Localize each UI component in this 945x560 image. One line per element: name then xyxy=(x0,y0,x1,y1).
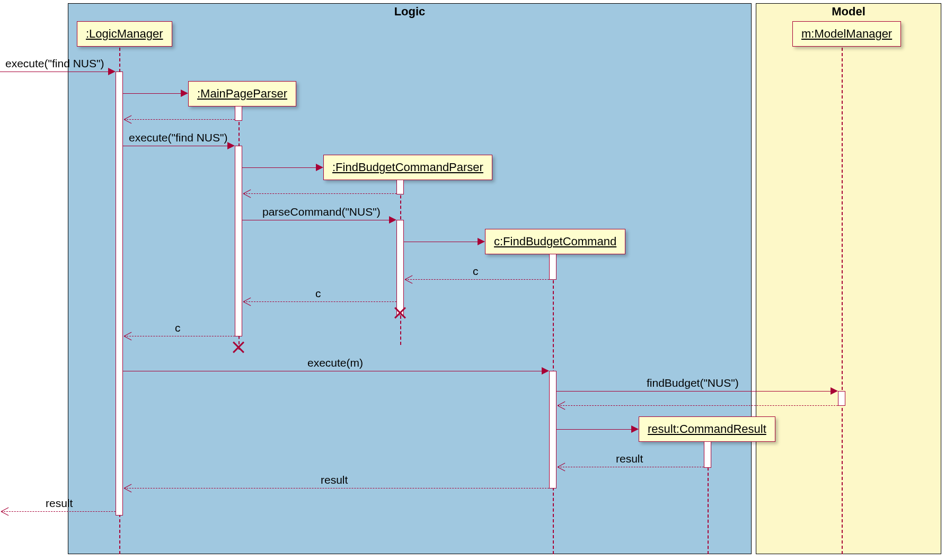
destroy-find-budget-command-parser xyxy=(393,305,408,320)
arrow-head-m3 xyxy=(389,216,396,224)
activation-find-budget-command-parser-2 xyxy=(396,220,404,315)
arrow-create-cr xyxy=(557,429,631,430)
frame-model: Model xyxy=(756,3,941,554)
activation-command-result xyxy=(704,441,711,468)
activation-find-budget-command-1 xyxy=(549,254,557,280)
participant-find-budget-command-parser: :FindBudgetCommandParser xyxy=(323,155,492,180)
arrow-head-create-fbc xyxy=(478,238,485,245)
arrow-create-fbcp xyxy=(242,167,316,168)
arrow-head-create-fbcp xyxy=(316,164,323,171)
arrow-head-m1 xyxy=(108,68,116,75)
frame-model-title: Model xyxy=(832,5,865,19)
arrow-return-mpp-init xyxy=(124,119,235,120)
arrow-rr2 xyxy=(124,488,549,488)
frame-logic: Logic xyxy=(68,3,752,554)
msg-execute-2: execute("find NUS") xyxy=(129,131,227,144)
sequence-diagram: Logic Model :LogicManager :MainPageParse… xyxy=(0,0,945,560)
msg-parse-command: parseCommand("NUS") xyxy=(262,206,381,218)
arrow-m2 xyxy=(123,146,227,146)
msg-return-c-1: c xyxy=(473,265,479,278)
activation-main-page-parser-1 xyxy=(235,106,242,121)
participant-logic-manager: :LogicManager xyxy=(77,21,172,47)
activation-find-budget-command-2 xyxy=(549,371,557,488)
msg-return-result-2: result xyxy=(321,474,348,486)
lifeline-model-manager xyxy=(842,48,843,554)
participant-model-manager: m:ModelManager xyxy=(792,21,901,47)
msg-execute-m: execute(m) xyxy=(307,357,363,369)
participant-command-result: result:CommandResult xyxy=(639,416,775,442)
msg-execute-1: execute("find NUS") xyxy=(5,57,104,70)
arrow-head-m5 xyxy=(831,387,838,395)
msg-return-result-1: result xyxy=(616,452,643,465)
msg-find-budget: findBudget("NUS") xyxy=(647,377,739,389)
arrow-return-mm xyxy=(558,405,838,406)
arrow-head-create-cr xyxy=(631,425,639,433)
msg-return-c-3: c xyxy=(175,322,181,334)
arrow-m3 xyxy=(242,220,389,220)
arrow-head-m2 xyxy=(227,142,235,149)
arrow-return-fbcp-init xyxy=(243,193,396,194)
arrow-head-m4 xyxy=(542,367,549,375)
activation-find-budget-command-parser-1 xyxy=(396,180,404,194)
activation-model-manager xyxy=(838,391,845,406)
arrow-rc1 xyxy=(405,279,549,280)
destroy-main-page-parser xyxy=(231,340,246,354)
arrow-m1 xyxy=(0,72,108,72)
arrow-rr3 xyxy=(1,511,116,512)
activation-logic-manager xyxy=(116,72,123,515)
frame-logic-title: Logic xyxy=(394,5,426,19)
arrow-create-fbc xyxy=(404,242,478,242)
arrow-create-mpp xyxy=(123,93,181,94)
msg-return-c-2: c xyxy=(315,287,321,300)
arrow-rc2 xyxy=(243,301,396,302)
arrow-m4 xyxy=(123,371,542,371)
arrow-head-create-mpp xyxy=(181,90,188,97)
activation-main-page-parser-2 xyxy=(235,146,242,336)
participant-main-page-parser: :MainPageParser xyxy=(188,81,296,106)
msg-return-result-3: result xyxy=(46,497,73,510)
arrow-rr1 xyxy=(558,467,704,467)
participant-find-budget-command: c:FindBudgetCommand xyxy=(485,229,625,254)
arrow-m5 xyxy=(557,391,831,392)
arrow-rc3 xyxy=(124,336,235,336)
